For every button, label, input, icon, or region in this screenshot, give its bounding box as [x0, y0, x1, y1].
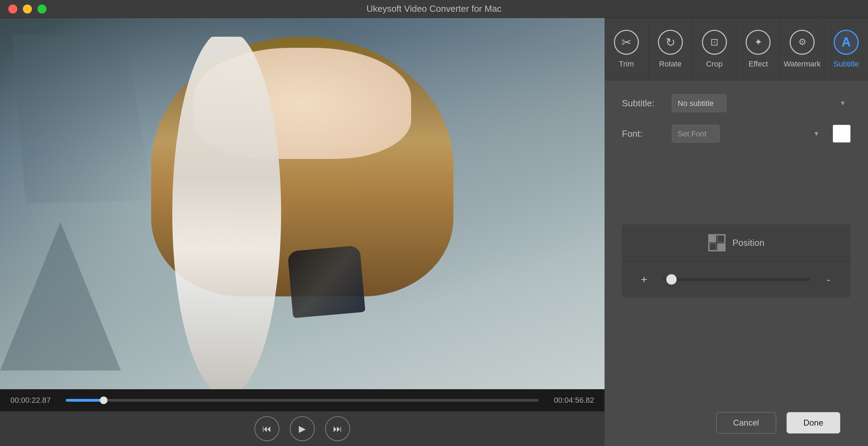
tool-crop[interactable]: ⊡ Crop — [693, 18, 737, 80]
pos-cell-3 — [709, 243, 717, 251]
position-title: Position — [732, 238, 765, 248]
subtitle-select[interactable]: No subtitle — [672, 94, 727, 112]
font-select-wrapper: Set Font — [672, 125, 824, 143]
subtitle-row: Subtitle: No subtitle — [622, 94, 851, 112]
position-section: Position + - — [622, 224, 851, 297]
figure-body — [172, 37, 281, 389]
done-button[interactable]: Done — [787, 412, 840, 434]
position-plus-button[interactable]: - — [820, 271, 837, 288]
subtitle-select-wrapper: No subtitle — [672, 94, 851, 112]
total-time: 00:04:56.82 — [546, 396, 594, 405]
trim-label: Trim — [619, 60, 634, 69]
next-icon: ⏭ — [333, 423, 342, 434]
position-slider[interactable] — [663, 278, 810, 281]
position-slider-thumb[interactable] — [666, 274, 677, 285]
watermark-icon: ⚙ — [790, 30, 815, 55]
play-icon: ▶ — [299, 423, 306, 434]
font-color-picker[interactable] — [833, 125, 851, 143]
effect-label: Effect — [748, 60, 768, 69]
held-object — [287, 245, 365, 318]
minimize-button[interactable] — [23, 5, 32, 14]
pos-cell-1 — [709, 235, 717, 242]
video-bottom: 00:00:22.87 00:04:56.82 — [0, 389, 605, 411]
cancel-button[interactable]: Cancel — [716, 412, 776, 434]
font-select[interactable]: Set Font — [672, 125, 720, 143]
tool-trim[interactable]: ✂ Trim — [605, 18, 649, 80]
position-controls: + - — [622, 261, 851, 297]
window-controls — [8, 5, 46, 14]
font-row: Font: Set Font — [622, 125, 851, 143]
tool-subtitle[interactable]: A Subtitle — [824, 18, 868, 80]
font-field-label: Font: — [622, 128, 663, 139]
crop-label: Crop — [706, 60, 723, 69]
tool-rotate[interactable]: ↻ Rotate — [649, 18, 693, 80]
player-controls: ⏮ ▶ ⏭ — [0, 411, 605, 446]
trim-icon: ✂ — [614, 30, 639, 55]
bottom-actions: Cancel Done — [716, 412, 840, 434]
pos-cell-4 — [717, 243, 724, 251]
titlebar: Ukeysoft Video Converter for Mac — [0, 0, 868, 18]
subtitle-label: Subtitle — [833, 60, 859, 69]
panel-content: Subtitle: No subtitle Font: Set Font — [605, 80, 868, 446]
progress-track[interactable] — [66, 399, 539, 402]
effect-icon: ✦ — [746, 30, 771, 55]
video-area: 00:00:22.87 00:04:56.82 ⏮ ▶ ⏭ — [0, 18, 605, 446]
subtitle-field-label: Subtitle: — [622, 98, 663, 109]
progress-bar-area: 00:00:22.87 00:04:56.82 — [0, 389, 605, 411]
subtitle-icon: A — [834, 30, 859, 55]
prev-icon: ⏮ — [262, 423, 271, 434]
right-panel: ✂ Trim ↻ Rotate ⊡ Crop ✦ Effect ⚙ Wate — [605, 18, 868, 446]
maximize-button[interactable] — [37, 5, 46, 14]
rotate-icon: ↻ — [658, 30, 683, 55]
position-icon — [708, 234, 726, 251]
play-button[interactable]: ▶ — [290, 416, 315, 441]
rotate-label: Rotate — [659, 60, 682, 69]
figure — [91, 37, 363, 389]
next-button[interactable]: ⏭ — [325, 416, 350, 441]
app-title: Ukeysoft Video Converter for Mac — [366, 3, 502, 14]
video-container — [0, 18, 605, 389]
tool-effect[interactable]: ✦ Effect — [736, 18, 780, 80]
progress-fill — [66, 399, 104, 402]
close-button[interactable] — [8, 5, 17, 14]
position-minus-button[interactable]: + — [636, 271, 652, 288]
watermark-label: Watermark — [784, 60, 821, 69]
position-header: Position — [622, 224, 851, 261]
tool-watermark[interactable]: ⚙ Watermark — [780, 18, 824, 80]
video-frame — [0, 18, 605, 389]
toolbar: ✂ Trim ↻ Rotate ⊡ Crop ✦ Effect ⚙ Wate — [605, 18, 868, 80]
current-time: 00:00:22.87 — [10, 396, 59, 405]
pos-cell-2 — [717, 235, 724, 242]
progress-thumb[interactable] — [100, 396, 107, 404]
prev-button[interactable]: ⏮ — [254, 416, 279, 441]
crop-icon: ⊡ — [702, 30, 727, 55]
